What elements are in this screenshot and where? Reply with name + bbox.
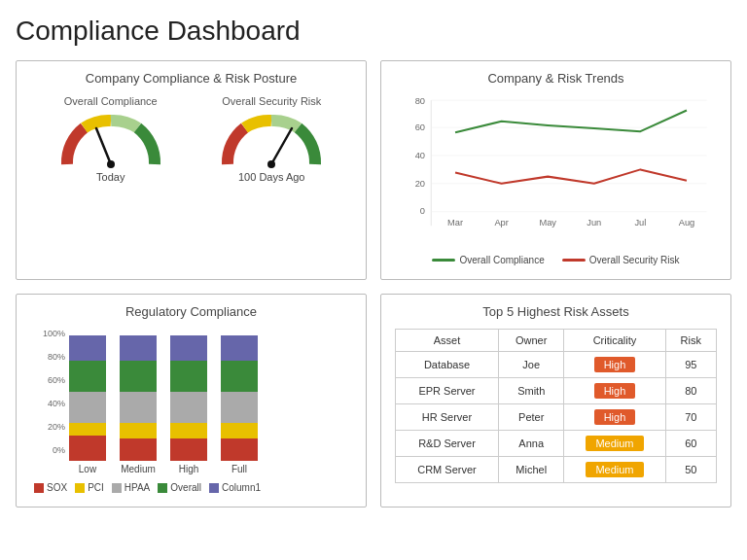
risk-assets-panel: Top 5 Highest Risk Assets Asset Owner Cr… [380,294,731,508]
gauge1-container [57,111,164,169]
gauge1-label: Overall Compliance [64,95,158,107]
sox-legend-icon [34,483,44,493]
bar-high-label: High [179,464,199,474]
bar-group-full: Full [221,334,258,474]
bar-med-pci [120,423,157,438]
svg-text:0: 0 [420,206,425,216]
regulatory-panel: Regulatory Compliance 100% 80% 60% 40% 2… [16,294,367,508]
trends-panel: Company & Risk Trends 80 60 40 20 0 Mar [380,60,731,280]
cell-owner: Smith [498,378,564,404]
cell-owner: Peter [498,404,564,431]
bar-high-hpaa [170,392,207,423]
bar-group-high: High [170,334,207,474]
hpaa-legend-icon [112,483,122,493]
bar-high-overall [170,361,207,392]
cell-risk: 50 [665,457,717,483]
cell-criticality: Medium [564,431,665,457]
risk-line-icon [562,259,586,262]
page-title: Compliance Dashboard [16,16,731,47]
bar-full-sox [221,438,258,461]
bar-high-col1 [170,335,207,361]
criticality-badge: Medium [586,436,643,451]
bar-full-overall [221,361,258,392]
table-row: EPR ServerSmithHigh80 [396,378,717,404]
regulatory-panel-title: Regulatory Compliance [30,304,352,319]
bar-full-hpaa [221,392,258,423]
bar-low-label: Low [79,464,96,474]
col1-legend-label: Column1 [222,482,261,493]
overall-legend-label: Overall [170,482,201,493]
cell-owner: Michel [498,457,564,483]
svg-text:80: 80 [415,96,425,106]
cell-asset: HR Server [396,404,499,431]
col-asset: Asset [396,330,499,352]
bar-full-col1 [221,335,258,361]
bar-med-overall [120,361,157,392]
gauge-100days-wrap: Overall Security Risk 100 Days Ago [218,95,325,183]
line-chart-area: 80 60 40 20 0 Mar Apr May Jun Jul Aug [395,95,717,251]
bar-high-sox [170,438,207,461]
overall-legend-icon [158,483,167,493]
cell-criticality: Medium [564,457,665,483]
gauge2-svg [218,111,325,179]
bar-med-sox [120,438,157,461]
bar-low-overall [69,361,106,392]
cell-criticality: High [564,352,665,378]
hpaa-legend-label: HPAA [124,482,151,493]
compliance-legend-label: Overall Compliance [459,255,544,265]
svg-point-3 [267,160,275,168]
cell-criticality: High [564,378,665,404]
cell-risk: 70 [665,404,717,431]
col1-legend-icon [209,483,219,493]
cell-asset: EPR Server [396,378,499,404]
svg-line-0 [96,128,111,164]
bar-chart-container: 100% 80% 60% 40% 20% 0% Low [30,329,352,474]
gauge-today-wrap: Overall Compliance [57,95,164,183]
cell-owner: Anna [498,431,564,457]
legend-compliance: Overall Compliance [432,255,544,265]
table-header-row: Asset Owner Criticality Risk [396,330,717,352]
svg-text:Aug: Aug [679,218,695,228]
dashboard-grid: Company Compliance & Risk Posture Overal… [16,60,731,508]
gauge2-container [218,111,325,169]
col-risk: Risk [665,330,717,352]
risk-assets-panel-title: Top 5 Highest Risk Assets [395,304,717,319]
bar-full-pci [221,423,258,438]
bar-high-pci [170,423,207,438]
svg-text:60: 60 [415,122,425,132]
table-row: R&D ServerAnnaMedium60 [396,431,717,457]
cell-asset: CRM Server [396,457,499,483]
criticality-badge: High [594,409,636,425]
bar-medium-label: Medium [121,464,156,474]
bar-low-pci [69,423,106,436]
gauge2-label: Overall Security Risk [222,95,321,107]
bar-y-axis: 100% 80% 60% 40% 20% 0% [30,329,65,455]
posture-panel: Company Compliance & Risk Posture Overal… [16,60,367,280]
criticality-badge: High [594,383,636,399]
bar-legend: SOX PCI HPAA Overall Column1 [30,482,352,493]
col-criticality: Criticality [564,330,665,352]
cell-risk: 80 [665,378,717,404]
svg-text:20: 20 [415,179,425,189]
table-row: HR ServerPeterHigh70 [396,404,717,431]
svg-text:Mar: Mar [447,218,463,228]
bar-low-sox [69,436,106,461]
pci-legend-label: PCI [88,482,104,493]
risk-table: Asset Owner Criticality Risk DatabaseJoe… [395,329,717,483]
svg-point-1 [107,160,115,168]
cell-risk: 60 [665,431,717,457]
criticality-badge: Medium [586,462,643,477]
svg-text:May: May [539,218,556,228]
trends-panel-title: Company & Risk Trends [395,71,717,86]
table-row: DatabaseJoeHigh95 [396,352,717,378]
bar-low-hpaa [69,392,106,423]
pci-legend-icon [75,483,85,493]
svg-text:Jun: Jun [587,218,601,228]
cell-asset: Database [396,352,499,378]
bar-low-col1 [69,335,106,361]
legend-risk: Overall Security Risk [562,255,680,265]
svg-line-2 [271,128,292,164]
gauges-row: Overall Compliance [30,95,352,183]
cell-owner: Joe [498,352,564,378]
posture-panel-title: Company Compliance & Risk Posture [30,71,352,86]
